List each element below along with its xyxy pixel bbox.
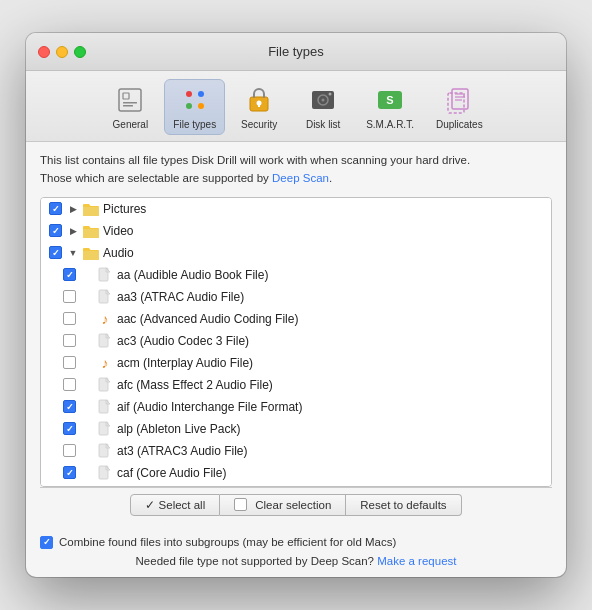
- expander-spacer: [80, 422, 94, 436]
- list-item[interactable]: ▶ Video: [41, 220, 551, 242]
- item-checkbox[interactable]: [63, 312, 76, 325]
- expander-spacer: [80, 400, 94, 414]
- combine-text: Combine found files into subgroups (may …: [59, 536, 396, 548]
- minimize-button[interactable]: [56, 46, 68, 58]
- item-checkbox[interactable]: [63, 356, 76, 369]
- item-name: alp (Ableton Live Pack): [117, 422, 240, 436]
- expander-spacer: [80, 444, 94, 458]
- content-area: This list contains all file types Disk D…: [26, 142, 566, 530]
- file-icon: [97, 377, 113, 393]
- request-row: Needed file type not supported by Deep S…: [40, 555, 552, 567]
- folder-icon: [83, 224, 99, 238]
- item-checkbox[interactable]: [63, 422, 76, 435]
- expander-spacer: [80, 378, 94, 392]
- expander-icon[interactable]: ▶: [66, 224, 80, 238]
- expander-icon[interactable]: ▼: [66, 246, 80, 260]
- svg-rect-21: [448, 93, 464, 113]
- list-item[interactable]: caf (Core Audio File): [41, 462, 551, 484]
- tab-security[interactable]: Security: [229, 79, 289, 135]
- svg-point-7: [198, 103, 204, 109]
- tab-disklist[interactable]: Disk list: [293, 79, 353, 135]
- item-checkbox[interactable]: [49, 224, 62, 237]
- item-checkbox[interactable]: [63, 290, 76, 303]
- item-name: afc (Mass Effect 2 Audio File): [117, 378, 273, 392]
- file-icon: [97, 333, 113, 349]
- list-item[interactable]: at3 (ATRAC3 Audio File): [41, 440, 551, 462]
- item-checkbox[interactable]: [63, 334, 76, 347]
- list-item[interactable]: aif (Audio Interchange File Format): [41, 396, 551, 418]
- svg-point-5: [198, 91, 204, 97]
- filetypes-icon: [179, 84, 211, 116]
- tab-smart[interactable]: S S.M.A.R.T.: [357, 79, 423, 135]
- tab-duplicates-label: Duplicates: [436, 119, 483, 130]
- file-icon: [97, 399, 113, 415]
- svg-rect-27: [99, 422, 108, 435]
- select-all-button[interactable]: ✓ Select all: [130, 494, 220, 516]
- svg-rect-25: [99, 378, 108, 391]
- list-item[interactable]: ac3 (Audio Codec 3 File): [41, 330, 551, 352]
- close-button[interactable]: [38, 46, 50, 58]
- expander-spacer: [80, 290, 94, 304]
- main-window: File types General: [26, 33, 566, 577]
- expander-spacer: [80, 356, 94, 370]
- svg-point-6: [186, 103, 192, 109]
- svg-point-14: [329, 93, 332, 96]
- clear-selection-button[interactable]: Clear selection: [220, 494, 346, 516]
- item-checkbox[interactable]: [63, 400, 76, 413]
- smart-icon: S: [374, 84, 406, 116]
- tab-filetypes-label: File types: [173, 119, 216, 130]
- description-line1: This list contains all file types Disk D…: [40, 154, 470, 166]
- svg-text:S: S: [386, 94, 393, 106]
- combine-row: Combine found files into subgroups (may …: [40, 536, 552, 549]
- tab-duplicates[interactable]: Duplicates: [427, 79, 492, 135]
- list-item[interactable]: aa3 (ATRAC Audio File): [41, 286, 551, 308]
- expander-spacer: [80, 334, 94, 348]
- list-item[interactable]: alp (Ableton Live Pack): [41, 418, 551, 440]
- item-name: Audio: [103, 246, 134, 260]
- list-item[interactable]: ▶ Pictures: [41, 198, 551, 220]
- tab-general-label: General: [113, 119, 149, 130]
- list-item[interactable]: ▼ Audio: [41, 242, 551, 264]
- tab-disklist-label: Disk list: [306, 119, 340, 130]
- disklist-icon: [307, 84, 339, 116]
- item-checkbox[interactable]: [49, 202, 62, 215]
- tab-filetypes[interactable]: File types: [164, 79, 225, 135]
- item-checkbox[interactable]: [49, 246, 62, 259]
- item-name: Video: [103, 224, 133, 238]
- item-checkbox[interactable]: [63, 268, 76, 281]
- expander-icon[interactable]: ▶: [66, 202, 80, 216]
- bottom-bar: ✓ Select all Clear selection Reset to de…: [40, 487, 552, 520]
- item-name: caf (Core Audio File): [117, 466, 226, 480]
- item-checkbox[interactable]: [63, 444, 76, 457]
- expander-spacer: [80, 268, 94, 282]
- svg-rect-26: [99, 400, 108, 413]
- folder-icon: [83, 202, 99, 216]
- file-list[interactable]: ▶ Pictures ▶ Video ▼: [40, 197, 552, 487]
- list-item[interactable]: ♪ aac (Advanced Audio Coding File): [41, 308, 551, 330]
- tab-general[interactable]: General: [100, 79, 160, 135]
- list-item[interactable]: aa (Audible Audio Book File): [41, 264, 551, 286]
- maximize-button[interactable]: [74, 46, 86, 58]
- svg-rect-24: [99, 334, 108, 347]
- svg-rect-1: [123, 93, 129, 99]
- file-icon: [97, 421, 113, 437]
- deep-scan-link[interactable]: Deep Scan: [272, 172, 329, 184]
- svg-point-13: [322, 99, 325, 102]
- svg-rect-0: [119, 89, 141, 111]
- file-icon: [97, 465, 113, 481]
- expander-spacer: [80, 312, 94, 326]
- file-icon: [97, 267, 113, 283]
- svg-rect-29: [99, 466, 108, 479]
- item-checkbox[interactable]: [63, 378, 76, 391]
- reset-defaults-button[interactable]: Reset to defaults: [346, 494, 461, 516]
- list-item[interactable]: ♪ acm (Interplay Audio File): [41, 352, 551, 374]
- security-icon: [243, 84, 275, 116]
- file-icon: [97, 289, 113, 305]
- make-request-link[interactable]: Make a request: [377, 555, 456, 567]
- item-checkbox[interactable]: [63, 466, 76, 479]
- svg-rect-2: [123, 102, 137, 104]
- combine-checkbox[interactable]: [40, 536, 53, 549]
- list-item[interactable]: afc (Mass Effect 2 Audio File): [41, 374, 551, 396]
- request-text: Needed file type not supported by Deep S…: [136, 555, 374, 567]
- item-name: aac (Advanced Audio Coding File): [117, 312, 298, 326]
